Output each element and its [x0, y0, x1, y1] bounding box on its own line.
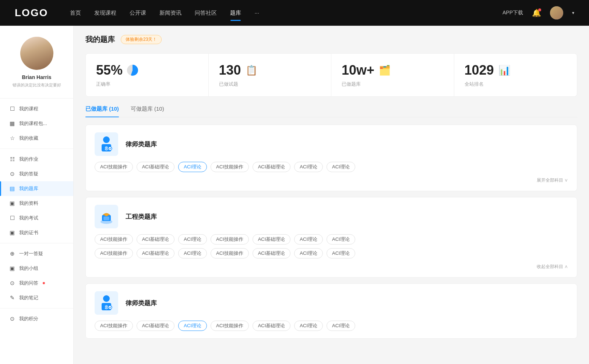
tag-2-1[interactable]: ACI基础理论	[137, 234, 175, 245]
tag-2b-6[interactable]: ACI理论	[327, 248, 355, 258]
tag-1-3[interactable]: ACI技能操作	[211, 162, 249, 172]
group-icon: ▣	[9, 265, 15, 272]
sidebar-item-answers[interactable]: ⊙ 我的答疑	[0, 167, 73, 181]
qbank-header-1: 律师类题库	[95, 132, 568, 156]
page-header: 我的题库 体验剩余23天！	[85, 35, 577, 44]
tag-1-2[interactable]: ACI理论	[178, 162, 207, 172]
tag-2-6[interactable]: ACI理论	[327, 234, 355, 245]
nav-link-opencourse[interactable]: 公开课	[130, 8, 146, 18]
sidebar-item-materials[interactable]: ▣ 我的资料	[0, 196, 73, 211]
stat-done-b-row: 10w+ 🗂️	[342, 63, 444, 78]
lawyer-icon-wrap-1	[95, 132, 118, 156]
profile-section: Brian Harris 错误的决定比没有决定要好	[0, 37, 73, 95]
certificate-icon: ▣	[9, 229, 15, 236]
tag-2b-5[interactable]: ACI理论	[294, 248, 323, 258]
nav-right: APP下载 🔔 ▾	[502, 6, 574, 19]
app-download-button[interactable]: APP下载	[502, 10, 523, 16]
tab-done-banks[interactable]: 已做题库 (10)	[85, 106, 119, 117]
stat-rank-value: 1029	[465, 63, 494, 78]
notification-dot	[538, 8, 541, 11]
stat-accuracy-value: 55%	[96, 63, 123, 78]
sidebar-item-points[interactable]: ⊙ 我的积分	[0, 311, 73, 326]
nav-link-qa[interactable]: 问答社区	[195, 8, 217, 18]
tag-3-0[interactable]: ACI技能操作	[95, 321, 133, 331]
qa-icon: ⊙	[9, 280, 15, 286]
avatar-img	[20, 37, 53, 70]
tag-1-4[interactable]: ACI基础理论	[253, 162, 291, 172]
stat-ranking: 1029 📊 全站排名	[454, 54, 577, 96]
nav-link-discover[interactable]: 发现课程	[94, 8, 116, 18]
sidebar-item-question-bank[interactable]: ▤ 我的题库	[0, 181, 73, 196]
tabs-row: 已做题库 (10) 可做题库 (10)	[85, 106, 577, 117]
nav-link-news[interactable]: 新闻资讯	[159, 8, 181, 18]
tag-3-2[interactable]: ACI理论	[178, 321, 207, 331]
engineer-icon-wrap	[95, 205, 118, 228]
qbank-title-2: 工程类题库	[126, 213, 157, 221]
notification-bell[interactable]: 🔔	[532, 8, 541, 17]
sidebar-item-one-on-one[interactable]: ⊕ 一对一答疑	[0, 246, 73, 261]
user-avatar[interactable]	[550, 6, 563, 19]
stat-rank-row: 1029 📊	[465, 63, 567, 78]
stat-accuracy-label: 正确率	[96, 81, 198, 88]
engineer-svg	[98, 208, 114, 225]
expand-link-1[interactable]: 展开全部科目 ∨	[537, 178, 568, 183]
sidebar-divider-2	[0, 149, 73, 149]
svg-rect-6	[103, 217, 109, 220]
svg-point-2	[105, 146, 108, 149]
star-icon: ☆	[9, 135, 15, 142]
tag-3-4[interactable]: ACI基础理论	[253, 321, 291, 331]
sidebar: Brian Harris 错误的决定比没有决定要好 ☐ 我的课程 ▦ 我的课程包…	[0, 26, 74, 364]
stat-done-b-value: 10w+	[342, 63, 374, 78]
tag-2-4[interactable]: ACI基础理论	[253, 234, 291, 245]
tag-2b-4[interactable]: ACI基础理论	[253, 248, 291, 258]
tag-3-6[interactable]: ACI理论	[327, 321, 355, 331]
avatar-image	[550, 6, 563, 19]
collapse-link-2[interactable]: 收起全部科目 ∧	[537, 264, 568, 269]
tag-2-0[interactable]: ACI技能操作	[95, 234, 133, 245]
svg-point-7	[105, 214, 108, 216]
tag-1-5[interactable]: ACI理论	[294, 162, 323, 172]
tag-2b-2[interactable]: ACI理论	[178, 248, 207, 258]
qbank-title-1: 律师类题库	[126, 140, 157, 149]
stat-done-q-value: 130	[219, 63, 241, 78]
user-menu-arrow[interactable]: ▾	[572, 10, 574, 15]
tag-3-5[interactable]: ACI理论	[294, 321, 323, 331]
sidebar-item-my-course[interactable]: ☐ 我的课程	[0, 101, 73, 116]
tag-2b-1[interactable]: ACI基础理论	[137, 248, 175, 258]
course-package-icon: ▦	[9, 120, 15, 127]
sidebar-item-notes[interactable]: ✎ 我的笔记	[0, 290, 73, 305]
stat-accuracy-row: 55%	[96, 63, 198, 78]
trial-badge: 体验剩余23天！	[121, 35, 162, 44]
nav-link-more[interactable]: ···	[254, 8, 259, 18]
sidebar-item-course-package[interactable]: ▦ 我的课程包...	[0, 116, 73, 131]
tag-1-0[interactable]: ACI技能操作	[95, 162, 133, 172]
tag-1-6[interactable]: ACI理论	[327, 162, 355, 172]
main-content: 我的题库 体验剩余23天！ 55% 正确率 130 📋 已做试题	[74, 26, 589, 364]
nav-links: 首页 发现课程 公开课 新闻资讯 问答社区 题库 ···	[70, 8, 502, 18]
card-footer-2: 收起全部科目 ∧	[95, 263, 568, 270]
nav-link-question-bank[interactable]: 题库	[230, 8, 241, 18]
tag-2-5[interactable]: ACI理论	[294, 234, 323, 245]
sidebar-divider-1	[0, 98, 73, 99]
sidebar-item-certificate[interactable]: ▣ 我的证书	[0, 225, 73, 240]
sidebar-item-my-qa[interactable]: ⊙ 我的问答	[0, 276, 73, 290]
tag-3-3[interactable]: ACI技能操作	[211, 321, 249, 331]
sidebar-item-group[interactable]: ▣ 我的小组	[0, 261, 73, 276]
tag-2b-0[interactable]: ACI技能操作	[95, 248, 133, 258]
tag-1-1[interactable]: ACI基础理论	[137, 162, 175, 172]
logo[interactable]: LOGO	[15, 7, 48, 19]
page-body: Brian Harris 错误的决定比没有决定要好 ☐ 我的课程 ▦ 我的课程包…	[0, 26, 589, 364]
lawyer-icon-wrap-2	[95, 291, 118, 315]
qa-dot	[43, 282, 45, 284]
tag-2-3[interactable]: ACI技能操作	[211, 234, 249, 245]
sidebar-item-homework[interactable]: ☷ 我的作业	[0, 152, 73, 167]
tag-2b-3[interactable]: ACI技能操作	[211, 248, 249, 258]
sidebar-item-favorites[interactable]: ☆ 我的收藏	[0, 131, 73, 146]
sidebar-item-exam[interactable]: ☐ 我的考试	[0, 211, 73, 225]
tag-2-2[interactable]: ACI理论	[178, 234, 207, 245]
lawyer-svg-1	[99, 136, 114, 152]
tab-available-banks[interactable]: 可做题库 (10)	[131, 106, 164, 117]
nav-link-home[interactable]: 首页	[70, 8, 81, 18]
profile-avatar	[20, 37, 53, 70]
tag-3-1[interactable]: ACI基础理论	[137, 321, 175, 331]
